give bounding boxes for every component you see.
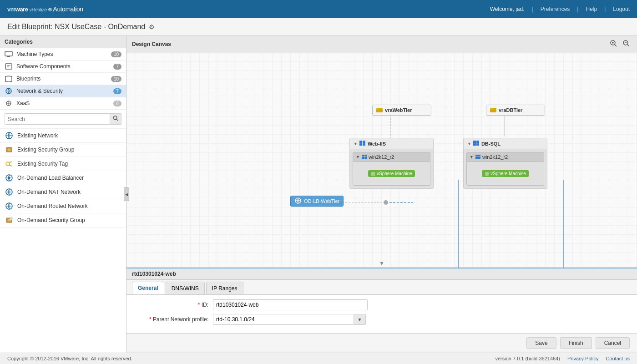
id-input[interactable] (213, 299, 368, 310)
gear-icon[interactable]: ⚙ (149, 23, 155, 30)
id-label: * ID: (136, 302, 208, 308)
network-profile-select-wrap: ▼ (213, 314, 366, 325)
svg-line-12 (116, 119, 118, 121)
id-row: * ID: (136, 299, 628, 310)
svg-rect-16 (8, 149, 10, 151)
svg-rect-71 (475, 157, 478, 159)
zoom-out-button[interactable] (621, 39, 632, 49)
windows-icon-db (473, 141, 479, 147)
net-items-list: Existing Network Existing Security Group… (0, 129, 126, 228)
collapse-chevron-icon: ◀ (125, 192, 128, 197)
db-sql-label: DB-SQL (481, 141, 500, 147)
preferences-link[interactable]: Preferences (541, 6, 570, 12)
tab-dns-wins[interactable]: DNS/WINS (166, 282, 205, 294)
sidebar-item-existing-security-group[interactable]: Existing Security Group (0, 143, 126, 157)
zoom-in-button[interactable] (608, 39, 619, 49)
db-sql-node[interactable]: ▼ DB-SQL ▼ win2k12_r2 (463, 138, 547, 189)
network-security-label: Network & Security (16, 88, 113, 94)
search-container (0, 110, 126, 129)
svg-rect-56 (359, 141, 362, 143)
vsphere-badge-web: vSphere Machine (368, 170, 415, 177)
on-demand-nat-icon (5, 188, 14, 196)
win2k12-label-web: win2k12_r2 (369, 154, 394, 160)
sidebar-item-machine-types[interactable]: Machine Types 10 (0, 48, 126, 61)
contact-us-link[interactable]: Contact us (606, 356, 630, 361)
xaas-badge: 0 (113, 101, 121, 106)
vra-db-tier-node[interactable]: vraDBTier (486, 105, 545, 116)
canvas-scroll-down[interactable]: ▼ (379, 260, 384, 267)
sidebar-item-blueprints[interactable]: Blueprints 10 (0, 73, 126, 85)
sidebar-item-xaas[interactable]: XaaS 0 (0, 97, 126, 110)
on-demand-security-group-label: On-Demand Security Group (17, 217, 85, 223)
svg-rect-62 (362, 157, 364, 159)
bottom-panel: rtd10301024-web General DNS/WINS IP Rang… (126, 268, 637, 333)
sidebar-item-software-components[interactable]: Software Components 7 (0, 61, 126, 73)
canvas-body[interactable]: vraWebTier vraDBTier ▼ (126, 52, 637, 268)
svg-rect-2 (5, 64, 12, 69)
save-button[interactable]: Save (526, 337, 556, 349)
logout-link[interactable]: Logout (613, 6, 630, 12)
svg-rect-60 (362, 155, 364, 157)
sidebar-item-network-security[interactable]: Network & Security 7 (0, 85, 126, 97)
privacy-policy-link[interactable]: Privacy Policy (567, 356, 598, 361)
network-profile-dropdown-button[interactable]: ▼ (354, 314, 366, 325)
web-iis-node[interactable]: ▼ Web-IIS ▼ win2k12_r2 (349, 138, 434, 189)
windows-icon-win-db (475, 154, 480, 160)
on-demand-routed-icon (5, 202, 14, 210)
blueprints-icon (5, 76, 13, 82)
win2k12-inner-db: ▼ win2k12_r2 vSphere Machine (466, 152, 544, 186)
sidebar-collapse-button[interactable]: ◀ (124, 187, 129, 201)
lb-icon (294, 197, 302, 205)
sidebar-item-existing-network[interactable]: Existing Network (0, 129, 126, 143)
windows-icon-win-web (362, 154, 367, 160)
existing-security-tag-label: Existing Security Tag (17, 161, 68, 167)
topnav: vmware vRealize ® Automation Welcome, ja… (0, 0, 637, 18)
tab-general[interactable]: General (132, 282, 164, 294)
svg-rect-66 (476, 141, 479, 143)
svg-rect-65 (473, 141, 476, 143)
search-input[interactable] (5, 114, 110, 124)
svg-rect-63 (364, 157, 367, 159)
od-lb-webtier-node[interactable]: OD-LB-WebTier (290, 196, 344, 207)
tab-ip-ranges[interactable]: IP Ranges (206, 282, 243, 294)
svg-line-18 (9, 162, 12, 163)
win2k12-label-db: win2k12_r2 (482, 154, 508, 160)
collapse-win-web: ▼ (356, 155, 360, 159)
sidebar-item-on-demand-routed-network[interactable]: On-Demand Routed Network (0, 199, 126, 213)
footer: Copyright © 2012-2016 VMware, Inc. All r… (0, 353, 637, 364)
search-wrap (5, 113, 121, 125)
sidebar-item-on-demand-load-balancer[interactable]: On-Demand Load Balancer (0, 171, 126, 185)
svg-point-11 (113, 116, 117, 120)
sidebar-item-existing-security-tag[interactable]: Existing Security Tag (0, 157, 126, 171)
canvas-header: Design Canvas (126, 36, 637, 52)
cancel-button[interactable]: Cancel (596, 337, 630, 349)
svg-rect-69 (475, 155, 478, 157)
xaas-icon (5, 100, 13, 106)
vsphere-badge-db: vSphere Machine (482, 170, 529, 177)
software-icon (5, 63, 13, 70)
existing-network-label: Existing Network (17, 132, 58, 139)
logo: vmware vRealize ® Automation (7, 5, 83, 13)
topnav-right: Welcome, jad. | Preferences | Help | Log… (490, 6, 630, 12)
od-lb-webtier-label: OD-LB-WebTier (304, 198, 339, 204)
sidebar-item-on-demand-nat-network[interactable]: On-Demand NAT Network (0, 185, 126, 199)
help-link[interactable]: Help (586, 6, 597, 12)
finish-button[interactable]: Finish (560, 337, 592, 349)
network-profile-label: * Parent Network profile: (136, 316, 208, 323)
network-security-badge: 7 (113, 88, 121, 94)
svg-rect-70 (478, 155, 480, 157)
collapse-web-iis-icon: ▼ (354, 142, 358, 146)
bottom-panel-tabs: General DNS/WINS IP Ranges (126, 280, 637, 295)
canvas-controls (608, 39, 632, 49)
sidebar-item-on-demand-security-group[interactable]: On-Demand Security Group (0, 213, 126, 228)
search-button[interactable] (110, 114, 121, 124)
machine-types-label: Machine Types (16, 51, 111, 57)
copyright-text: Copyright © 2012-2016 VMware, Inc. All r… (7, 356, 132, 361)
main-area: Categories Machine Types 10 Software Com… (0, 36, 637, 353)
network-profile-input[interactable] (213, 314, 354, 325)
vra-web-tier-node[interactable]: vraWebTier (372, 105, 431, 116)
vra-db-tier-label: vraDBTier (499, 107, 522, 113)
svg-rect-61 (364, 155, 367, 157)
svg-marker-5 (5, 76, 12, 82)
machine-types-icon (5, 51, 13, 57)
